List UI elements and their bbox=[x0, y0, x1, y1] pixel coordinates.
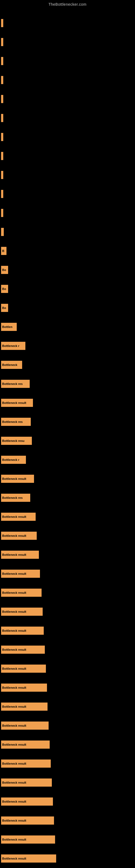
bar-label: Bottleneck result bbox=[2, 477, 26, 480]
chart-container: BBoBoBoBottlenBottleneck rBottleneckBott… bbox=[0, 8, 135, 868]
bar: Bo bbox=[1, 266, 8, 274]
bar-label: Bottleneck result bbox=[2, 781, 26, 784]
bar-row bbox=[1, 162, 135, 180]
bar: Bottleneck result bbox=[1, 532, 37, 540]
bar-row: Bottleneck result bbox=[1, 542, 135, 560]
bar-label: Bottleneck result bbox=[2, 686, 26, 689]
bar-row: Bottleneck res bbox=[1, 485, 135, 503]
bar: Bottlen bbox=[1, 323, 17, 331]
bar-row: Bottleneck result bbox=[1, 694, 135, 712]
bar-row: Bottleneck result bbox=[1, 637, 135, 655]
bar bbox=[1, 76, 3, 84]
bar-label: Bottleneck r bbox=[2, 458, 19, 461]
bar: Bottleneck result bbox=[1, 778, 52, 786]
bar-row: Bo bbox=[1, 276, 135, 294]
bar: Bottleneck result bbox=[1, 569, 40, 578]
bar-label: Bottleneck result bbox=[2, 705, 26, 708]
bar-row: Bottleneck result bbox=[1, 808, 135, 826]
bar bbox=[1, 190, 3, 198]
bar: Bottleneck result bbox=[1, 627, 44, 635]
bar-label: Bottleneck bbox=[2, 363, 17, 367]
bar: Bottleneck res bbox=[1, 494, 30, 502]
bar: Bottleneck result bbox=[1, 475, 34, 483]
bar-row: Bottleneck result bbox=[1, 865, 135, 868]
bar-row: Bottleneck result bbox=[1, 656, 135, 674]
bar-label: Bottleneck result bbox=[2, 515, 26, 518]
bar-row: Bo bbox=[1, 295, 135, 313]
bar-row bbox=[1, 10, 135, 28]
bar: Bottleneck result bbox=[1, 513, 36, 521]
bar-row: Bottlen bbox=[1, 314, 135, 332]
bar-label: Bottleneck result bbox=[2, 610, 26, 613]
bar: Bottleneck result bbox=[1, 646, 45, 654]
bar: Bottleneck result bbox=[1, 684, 47, 692]
bar-label: Bo bbox=[2, 306, 6, 310]
bar-label: Bottleneck result bbox=[2, 724, 26, 727]
bar-row: Bottleneck resu bbox=[1, 428, 135, 446]
bar-row: Bottleneck result bbox=[1, 618, 135, 636]
bar-row bbox=[1, 29, 135, 47]
bar-row: Bottleneck result bbox=[1, 675, 135, 693]
bar-row: Bottleneck result bbox=[1, 713, 135, 731]
bar: Bo bbox=[1, 285, 8, 293]
bar-label: Bottleneck result bbox=[2, 819, 26, 822]
bar-row: Bottleneck r bbox=[1, 333, 135, 351]
bar-row bbox=[1, 200, 135, 218]
bar-row: Bottleneck result bbox=[1, 599, 135, 617]
bar-row bbox=[1, 219, 135, 237]
bar-label: Bottlen bbox=[2, 325, 12, 329]
bar-label: Bottleneck result bbox=[2, 762, 26, 765]
site-title: TheBottlenecker.com bbox=[0, 0, 135, 8]
bar: Bottleneck result bbox=[1, 399, 33, 407]
bar bbox=[1, 209, 3, 217]
bar: Bottleneck result bbox=[1, 551, 39, 559]
bar: Bottleneck res bbox=[1, 380, 30, 388]
bar: Bottleneck result bbox=[1, 741, 50, 749]
bar-row bbox=[1, 86, 135, 104]
bar-row: Bottleneck result bbox=[1, 846, 135, 864]
bar: Bottleneck result bbox=[1, 760, 51, 768]
bar-row bbox=[1, 143, 135, 161]
bar-row: Bottleneck res bbox=[1, 409, 135, 427]
bar-row: Bottleneck result bbox=[1, 390, 135, 408]
bar-row bbox=[1, 124, 135, 142]
bar-label: Bottleneck r bbox=[2, 344, 19, 347]
bar bbox=[1, 38, 3, 46]
bar bbox=[1, 228, 4, 236]
bar-row: Bottleneck result bbox=[1, 504, 135, 522]
bar-row bbox=[1, 48, 135, 66]
bar-label: Bottleneck result bbox=[2, 800, 26, 803]
bar-row: Bottleneck result bbox=[1, 466, 135, 484]
bar-row: Bottleneck result bbox=[1, 751, 135, 769]
bar: Bottleneck result bbox=[1, 798, 53, 806]
bar-label: Bottleneck result bbox=[2, 591, 26, 594]
bar-row: Bottleneck bbox=[1, 352, 135, 370]
bar-label: Bottleneck res bbox=[2, 382, 23, 385]
bar bbox=[1, 57, 3, 65]
bar bbox=[1, 152, 3, 160]
bar bbox=[1, 114, 3, 122]
bar-label: Bottleneck result bbox=[2, 667, 26, 670]
bar: Bo bbox=[1, 304, 8, 312]
bar bbox=[1, 19, 3, 27]
bar: Bottleneck result bbox=[1, 855, 56, 863]
bar-label: Bottleneck result bbox=[2, 629, 26, 632]
bar: Bottleneck result bbox=[1, 816, 54, 825]
bar-row: Bo bbox=[1, 257, 135, 275]
bar-label: Bottleneck resu bbox=[2, 439, 25, 442]
bar bbox=[1, 171, 3, 179]
bar-row: Bottleneck result bbox=[1, 827, 135, 845]
bar: Bottleneck result bbox=[1, 664, 46, 673]
bar-label: Bottleneck result bbox=[2, 743, 26, 746]
bar-label: Bottleneck result bbox=[2, 857, 26, 860]
bar-row: Bottleneck result bbox=[1, 732, 135, 750]
bar bbox=[1, 133, 3, 141]
bar: Bottleneck result bbox=[1, 703, 48, 711]
bar-label: Bo bbox=[2, 287, 6, 290]
bar: Bottleneck res bbox=[1, 418, 31, 426]
bar: Bottleneck result bbox=[1, 835, 55, 844]
bar-label: Bottleneck result bbox=[2, 534, 26, 537]
bar-row bbox=[1, 105, 135, 123]
bar-row: Bottleneck result bbox=[1, 770, 135, 788]
bar-row bbox=[1, 181, 135, 199]
